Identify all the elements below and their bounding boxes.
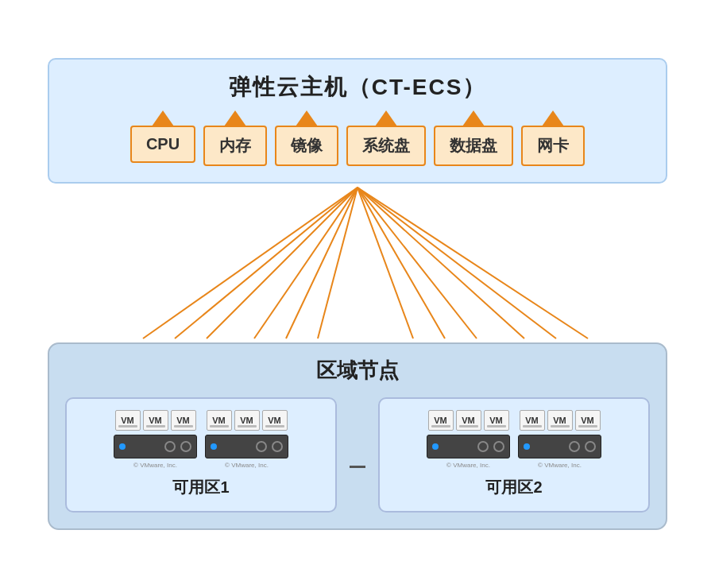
chassis-label: © VMware, Inc. [446, 462, 490, 469]
vm-box: VM [547, 410, 573, 431]
svg-line-9 [358, 188, 524, 338]
resource-item: 内存 [203, 110, 267, 166]
resource-item: 数据盘 [434, 110, 513, 166]
region-title: 区域节点 [316, 357, 399, 385]
svg-line-1 [175, 188, 358, 338]
vm-box: VM [207, 410, 232, 431]
zone2-label: 可用区2 [485, 477, 542, 498]
resource-item: 网卡 [521, 110, 585, 166]
resource-row: CPU内存镜像系统盘数据盘网卡 [130, 110, 585, 166]
server-block: VM VM VM © VMware, Inc. [427, 410, 510, 469]
svg-line-5 [318, 188, 358, 338]
arrow-up-icon [296, 110, 318, 126]
chassis-dot [211, 443, 217, 450]
resource-box: 内存 [203, 126, 267, 166]
arrow-up-icon [375, 110, 397, 126]
zone-connector [350, 397, 365, 513]
svg-line-7 [358, 188, 445, 338]
resource-item: 系统盘 [346, 110, 426, 166]
ecs-section: 弹性云主机（CT-ECS） CPU内存镜像系统盘数据盘网卡 [48, 58, 667, 184]
resource-box: 网卡 [521, 126, 585, 166]
svg-line-2 [207, 188, 358, 338]
arrow-up-icon [462, 110, 485, 126]
ecs-title: 弹性云主机（CT-ECS） [229, 72, 487, 103]
svg-line-0 [143, 188, 358, 338]
arrow-up-icon [542, 110, 564, 126]
resource-item: 镜像 [275, 110, 338, 166]
chassis-circle2 [272, 441, 283, 452]
vm-box: VM [575, 410, 601, 431]
vm-box: VM [456, 410, 481, 431]
resource-box: CPU [130, 126, 195, 163]
vm-box: VM [143, 410, 168, 431]
chassis-circle [164, 441, 176, 452]
chassis-circle2 [585, 441, 596, 452]
main-diagram: 弹性云主机（CT-ECS） CPU内存镜像系统盘数据盘网卡 [48, 58, 667, 530]
resource-item: CPU [130, 110, 195, 166]
server-block: VM VM VM © VMware, Inc. [518, 410, 601, 469]
vm-row: VM VM VM [115, 410, 196, 431]
vm-box: VM [262, 410, 288, 431]
chassis-label: © VMware, Inc. [225, 462, 269, 469]
vm-box: VM [520, 410, 545, 431]
arrow-up-icon [152, 110, 174, 126]
vm-box: VM [234, 410, 260, 431]
resource-box: 系统盘 [346, 126, 426, 166]
vm-box: VM [171, 410, 196, 431]
server-chassis [205, 435, 288, 458]
resource-box: 数据盘 [434, 126, 513, 166]
vm-row: VM VM VM [520, 410, 601, 431]
chassis-circle [569, 441, 580, 452]
svg-line-11 [358, 188, 588, 338]
chassis-circle [256, 441, 267, 452]
zones-row: VM VM VM © VMware, Inc. [65, 397, 650, 513]
vm-row: VM VM VM [207, 410, 288, 431]
server-chassis [518, 435, 601, 458]
svg-line-6 [358, 188, 413, 338]
arrow-up-icon [224, 110, 246, 126]
zone2-servers: VM VM VM © VMware, Inc. [427, 410, 601, 469]
region-section: 区域节点 VM VM VM [48, 342, 667, 530]
vm-box: VM [115, 410, 141, 431]
chassis-dot [432, 443, 439, 450]
svg-line-4 [286, 188, 358, 338]
vm-box: VM [428, 410, 454, 431]
zone-1: VM VM VM © VMware, Inc. [65, 397, 337, 513]
resource-box: 镜像 [275, 126, 338, 166]
server-chassis [427, 435, 510, 458]
connection-lines [48, 184, 667, 342]
zone1-label: 可用区1 [172, 477, 229, 498]
svg-line-10 [358, 188, 556, 338]
chassis-circle [477, 441, 489, 452]
zone-2: VM VM VM © VMware, Inc. [378, 397, 650, 513]
svg-line-8 [358, 188, 477, 338]
server-block: VM VM VM © VMware, Inc. [205, 410, 288, 469]
chassis-circle2 [180, 441, 191, 452]
chassis-label: © VMware, Inc. [538, 462, 582, 469]
vm-row: VM VM VM [428, 410, 509, 431]
vm-box: VM [484, 410, 509, 431]
connector-line [350, 466, 365, 468]
chassis-circle2 [493, 441, 504, 452]
zone1-servers: VM VM VM © VMware, Inc. [114, 410, 288, 469]
lines-area [48, 184, 667, 342]
svg-line-3 [254, 188, 358, 338]
chassis-dot [119, 443, 126, 450]
server-block: VM VM VM © VMware, Inc. [114, 410, 197, 469]
chassis-dot [524, 443, 530, 450]
server-chassis [114, 435, 197, 458]
chassis-label: © VMware, Inc. [133, 462, 177, 469]
